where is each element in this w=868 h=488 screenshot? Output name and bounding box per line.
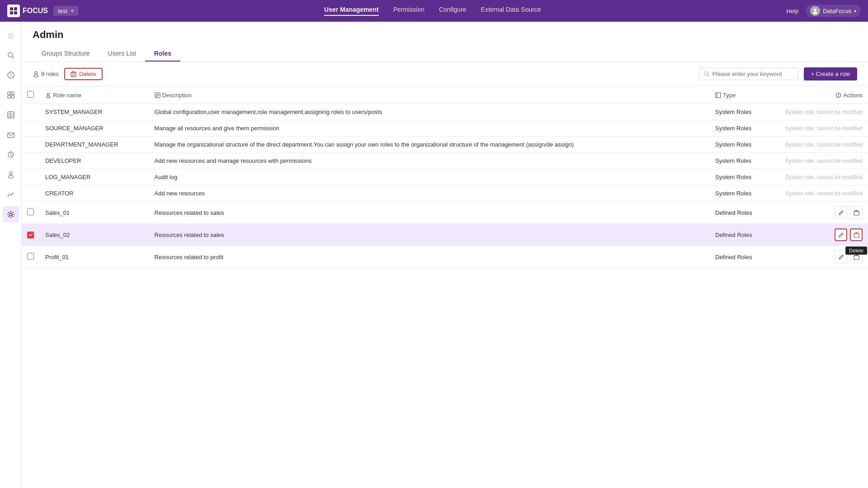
table-row: Profit_01 Resources related to profit De… <box>22 246 868 268</box>
logo-icon <box>7 5 20 17</box>
td-description: Global configuration,user management,rol… <box>149 104 710 120</box>
td-actions: System role, cannot be modified <box>778 137 868 153</box>
td-actions: System role, cannot be modified <box>778 104 868 120</box>
td-type: System Roles <box>710 120 778 137</box>
td-actions: Delete <box>778 224 868 246</box>
sidebar-item-analytics[interactable] <box>3 186 19 203</box>
table-row: SYSTEM_MANAGER Global configuration,user… <box>22 104 868 120</box>
row-actions-sales01 <box>783 206 863 219</box>
logo: FOCUS <box>7 5 48 17</box>
td-checkbox <box>22 104 40 120</box>
create-role-button[interactable]: + Create a role <box>804 67 857 81</box>
select-all-checkbox[interactable] <box>27 91 34 98</box>
table-row: Sales_01 Resources related to sales Defi… <box>22 202 868 224</box>
th-checkbox <box>22 86 40 104</box>
row-checkbox-profit01[interactable] <box>27 253 34 260</box>
th-type: Type <box>710 86 778 104</box>
td-description: Resources related to sales <box>149 224 710 246</box>
sidebar-item-help[interactable]: ? <box>3 67 19 83</box>
row-actions-sales02: Delete <box>783 228 863 241</box>
delete-button-sales02[interactable] <box>850 228 863 241</box>
content: Admin Groups Structure Users List Roles … <box>22 22 868 488</box>
svg-rect-1 <box>14 7 17 10</box>
svg-rect-3 <box>14 11 17 14</box>
td-type: System Roles <box>710 169 778 185</box>
svg-point-5 <box>813 12 817 14</box>
td-checkbox <box>22 224 40 246</box>
nav-permission[interactable]: Permission <box>393 6 425 16</box>
td-checkbox <box>22 137 40 153</box>
search-box[interactable] <box>699 68 798 80</box>
admin-title: Admin <box>33 29 857 41</box>
add-tab-icon[interactable]: + <box>70 7 74 15</box>
sidebar-item-inbox[interactable] <box>3 127 19 143</box>
td-description: Resources related to profit <box>149 246 710 268</box>
sidebar-item-settings[interactable] <box>3 206 19 223</box>
svg-point-20 <box>9 172 12 175</box>
table-area: 9 roles Delete + Create a role <box>22 62 868 488</box>
delete-button-sales01[interactable] <box>850 206 863 219</box>
td-role-name: DEVELOPER <box>40 153 149 169</box>
td-actions: System role, cannot be modified <box>778 169 868 185</box>
sidebar-item-table[interactable] <box>3 107 19 123</box>
td-checkbox <box>22 120 40 137</box>
tab-roles[interactable]: Roles <box>145 46 180 62</box>
table-row-selected: Sales_02 Resources related to sales Defi… <box>22 224 868 246</box>
td-actions: System role, cannot be modified <box>778 153 868 169</box>
create-role-label: + Create a role <box>811 71 850 77</box>
td-description: Manage the organizational structure of t… <box>149 137 710 153</box>
row-checkbox-sales02[interactable] <box>27 232 34 238</box>
sidebar-item-home[interactable]: ⌂ <box>3 27 19 43</box>
nav-configure[interactable]: Configure <box>439 6 467 16</box>
svg-point-42 <box>838 96 839 96</box>
td-role-name: SOURCE_MANAGER <box>40 120 149 137</box>
td-checkbox <box>22 153 40 169</box>
td-description: Manage all resources and give them permi… <box>149 120 710 137</box>
search-input[interactable] <box>712 71 789 77</box>
th-description: Description <box>149 86 710 104</box>
td-description: Add new resources <box>149 185 710 202</box>
td-checkbox <box>22 185 40 202</box>
edit-button-sales01[interactable] <box>835 206 847 219</box>
nav-user-management[interactable]: User Management <box>324 6 379 16</box>
topnav: FOCUS test + User Management Permission … <box>0 0 868 22</box>
td-description: Audit log <box>149 169 710 185</box>
td-checkbox <box>22 202 40 224</box>
row-checkbox-sales01[interactable] <box>27 208 34 215</box>
tab-groups-structure[interactable]: Groups Structure <box>33 46 99 62</box>
help-link[interactable]: Help <box>786 8 798 14</box>
svg-rect-11 <box>11 92 14 95</box>
user-chevron-icon: ▾ <box>854 9 856 14</box>
sidebar-item-users[interactable] <box>3 166 19 183</box>
delete-tooltip: Delete <box>845 246 867 255</box>
td-role-name: Profit_01 <box>40 246 149 268</box>
user-badge[interactable]: DataFocus ▾ <box>806 5 861 17</box>
table-row: DEPARTMENT_MANAGER Manage the organizati… <box>22 137 868 153</box>
topnav-center: User Management Permission Configure Ext… <box>324 6 541 16</box>
sidebar-item-history[interactable] <box>3 147 19 163</box>
td-actions <box>778 202 868 224</box>
td-description: Add new resources and manage resources w… <box>149 153 710 169</box>
svg-point-33 <box>47 96 50 98</box>
svg-rect-0 <box>10 7 13 10</box>
app-tab[interactable]: test + <box>53 6 79 16</box>
svg-rect-38 <box>716 93 721 98</box>
svg-line-31 <box>708 75 709 77</box>
edit-button-sales02[interactable] <box>835 228 847 241</box>
td-checkbox <box>22 246 40 268</box>
sidebar-item-board[interactable] <box>3 87 19 103</box>
topnav-right: Help DataFocus ▾ <box>786 5 861 17</box>
table-row: DEVELOPER Add new resources and manage r… <box>22 153 868 169</box>
header-row: Role name Description <box>22 86 868 104</box>
sidebar-item-search[interactable] <box>3 47 19 63</box>
td-type: Defined Roles <box>710 246 778 268</box>
role-count-label: 9 roles <box>41 71 59 77</box>
svg-rect-43 <box>854 211 859 215</box>
nav-external-data-source[interactable]: External Data Source <box>481 6 541 16</box>
delete-button[interactable]: Delete <box>64 68 103 80</box>
svg-rect-13 <box>11 95 14 98</box>
table-row: LOG_MANAGER Audit log System Roles Syste… <box>22 169 868 185</box>
svg-point-21 <box>8 175 13 178</box>
tab-users-list[interactable]: Users List <box>99 46 145 62</box>
table-row: SOURCE_MANAGER Manage all resources and … <box>22 120 868 137</box>
